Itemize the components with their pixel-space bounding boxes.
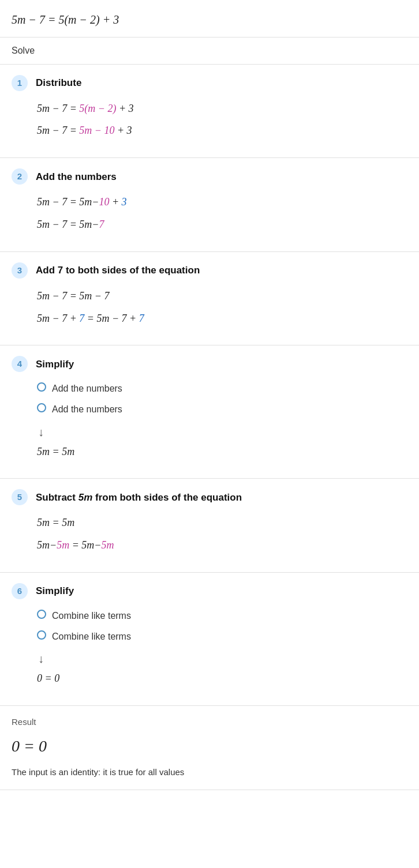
step-4-number: 4 [12, 356, 28, 372]
step-4-header: 4 Simplify [12, 356, 407, 372]
step-6-substep-2: Combine like terms [37, 629, 407, 644]
step-6-content: Combine like terms Combine like terms ↓ … [12, 608, 407, 687]
arrow-down-icon: ↓ [38, 423, 407, 441]
substep-circle-icon [37, 382, 46, 392]
step-6-header: 6 Simplify [12, 583, 407, 599]
step-6-substep-1: Combine like terms [37, 608, 407, 623]
step-6: 6 Simplify Combine like terms Combine li… [0, 573, 419, 706]
substep-circle-icon-4 [37, 630, 46, 640]
step-2-number: 2 [12, 168, 28, 185]
step-1-content: 5m − 7 = 5(m − 2) + 3 5m − 7 = 5m − 10 +… [12, 100, 407, 140]
step-1: 1 Distribute 5m − 7 = 5(m − 2) + 3 5m − … [0, 65, 419, 159]
step-2-line-1: 5m − 7 = 5m−10 + 3 [37, 194, 407, 211]
step-1-line-1: 5m − 7 = 5(m − 2) + 3 [37, 100, 407, 117]
step-3-content: 5m − 7 = 5m − 7 5m − 7 + 7 = 5m − 7 + 7 [12, 288, 407, 327]
solve-label: Solve [0, 37, 419, 65]
step-2-header: 2 Add the numbers [12, 168, 407, 185]
step-4-final: 5m = 5m [37, 444, 407, 460]
step-4-title: Simplify [36, 356, 74, 372]
step-4-substep-2: Add the numbers [37, 402, 407, 417]
step-2-title: Add the numbers [36, 169, 117, 185]
step-5-header: 5 Subtract 5m from both sides of the equ… [12, 489, 407, 505]
step-6-title: Simplify [36, 583, 74, 599]
step-3: 3 Add 7 to both sides of the equation 5m… [0, 252, 419, 346]
step-3-line-1: 5m − 7 = 5m − 7 [37, 288, 407, 305]
substep-circle-icon-2 [37, 403, 46, 412]
step-3-number: 3 [12, 262, 28, 279]
substep-circle-icon-3 [37, 610, 46, 619]
step-1-header: 1 Distribute [12, 75, 407, 91]
result-section: Result 0 = 0 The input is an identity: i… [0, 706, 419, 790]
step-6-number: 6 [12, 583, 28, 599]
step-2-line-2: 5m − 7 = 5m−7 [37, 216, 407, 233]
step-5: 5 Subtract 5m from both sides of the equ… [0, 479, 419, 573]
step-3-title: Add 7 to both sides of the equation [36, 262, 200, 278]
step-3-header: 3 Add 7 to both sides of the equation [12, 262, 407, 279]
step-1-number: 1 [12, 75, 28, 91]
step-5-line-2: 5m−5m = 5m−5m [37, 537, 407, 554]
step-1-title: Distribute [36, 75, 81, 91]
step-4: 4 Simplify Add the numbers Add the numbe… [0, 345, 419, 479]
step-3-line-2: 5m − 7 + 7 = 5m − 7 + 7 [37, 310, 407, 327]
step-6-final: 0 = 0 [37, 670, 407, 687]
step-5-number: 5 [12, 489, 28, 505]
result-equation: 0 = 0 [12, 734, 407, 760]
step-5-content: 5m = 5m 5m−5m = 5m−5m [12, 514, 407, 554]
result-description: The input is an identity: it is true for… [12, 765, 407, 785]
arrow-down-icon-2: ↓ [38, 649, 407, 668]
step-1-line-2: 5m − 7 = 5m − 10 + 3 [37, 122, 407, 139]
step-4-substep-1: Add the numbers [37, 381, 407, 396]
step-2-content: 5m − 7 = 5m−10 + 3 5m − 7 = 5m−7 [12, 194, 407, 233]
step-5-title: Subtract 5m from both sides of the equat… [36, 490, 242, 505]
step-5-line-1: 5m = 5m [37, 514, 407, 531]
step-2: 2 Add the numbers 5m − 7 = 5m−10 + 3 5m … [0, 158, 419, 252]
step-4-content: Add the numbers Add the numbers ↓ 5m = 5… [12, 381, 407, 460]
result-label: Result [12, 715, 407, 729]
top-equation: 5m − 7 = 5(m − 2) + 3 [0, 0, 419, 37]
